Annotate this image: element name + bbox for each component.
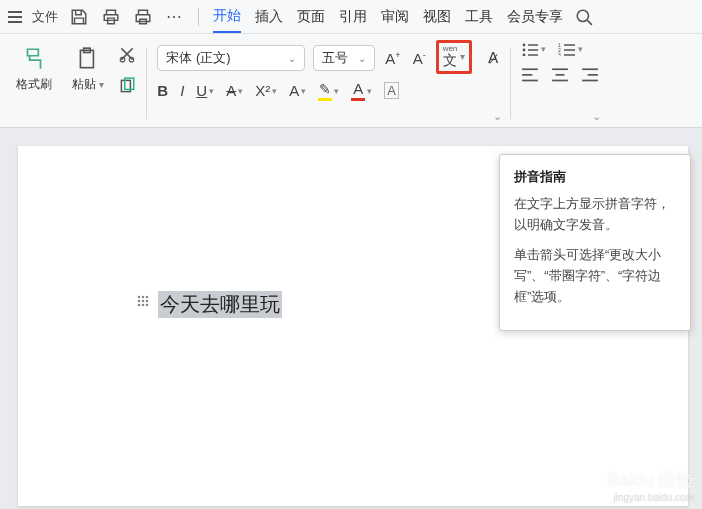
font-dialog-launcher-icon[interactable]: ⌄ bbox=[493, 110, 502, 123]
strikethrough-button[interactable]: A▾ bbox=[226, 82, 243, 99]
decrease-font-button[interactable]: A- bbox=[411, 50, 428, 67]
format-painter-label: 格式刷 bbox=[16, 76, 52, 93]
superscript-button[interactable]: X²▾ bbox=[255, 82, 277, 99]
tab-view[interactable]: 视图 bbox=[423, 0, 451, 33]
tooltip-phonetic-guide: 拼音指南 在文字上方显示拼音字符，以明确文字发音。 单击箭头可选择“更改大小写”… bbox=[499, 154, 691, 331]
ribbon-tabs: 开始 插入 页面 引用 审阅 视图 工具 会员专享 bbox=[213, 0, 563, 33]
print-icon[interactable] bbox=[134, 8, 152, 26]
phonetic-dropdown-icon[interactable]: ▾ bbox=[460, 51, 465, 62]
chevron-down-icon: ⌄ bbox=[288, 53, 296, 64]
search-icon[interactable] bbox=[575, 8, 593, 26]
font-color-button[interactable]: A▾ bbox=[351, 80, 372, 101]
bullet-list-button[interactable]: ▾ bbox=[521, 42, 546, 56]
chevron-down-icon: ⌄ bbox=[358, 53, 366, 64]
svg-point-31 bbox=[146, 296, 149, 299]
tab-tools[interactable]: 工具 bbox=[465, 0, 493, 33]
quick-access-toolbar: ⋯ bbox=[70, 7, 182, 26]
svg-point-8 bbox=[523, 44, 526, 47]
tab-insert[interactable]: 插入 bbox=[255, 0, 283, 33]
ribbon: 格式刷 粘贴 ▾ 宋体 (正文)⌄ 五号⌄ A+ A- wén bbox=[0, 34, 702, 128]
tooltip-title: 拼音指南 bbox=[514, 167, 676, 188]
align-right-button[interactable] bbox=[581, 66, 599, 84]
file-menu[interactable]: 文件 bbox=[32, 8, 58, 26]
svg-point-0 bbox=[577, 10, 588, 21]
qat-more-icon[interactable]: ⋯ bbox=[166, 7, 182, 26]
svg-point-33 bbox=[142, 300, 145, 303]
copy-icon[interactable] bbox=[118, 77, 136, 95]
tooltip-body-1: 在文字上方显示拼音字符，以明确文字发音。 bbox=[514, 194, 676, 236]
hamburger-icon[interactable] bbox=[8, 8, 26, 26]
phonetic-guide-highlight: wén 文 ▾ bbox=[436, 40, 473, 74]
svg-text:3: 3 bbox=[558, 52, 561, 56]
tab-reference[interactable]: 引用 bbox=[339, 0, 367, 33]
drag-handle-icon[interactable] bbox=[136, 294, 150, 308]
group-font: 宋体 (正文)⌄ 五号⌄ A+ A- wén 文 ▾ A̷ B I U▾ A▾ … bbox=[151, 42, 506, 125]
align-left-button[interactable] bbox=[521, 66, 539, 84]
tab-member[interactable]: 会员专享 bbox=[507, 0, 563, 33]
font-size-value: 五号 bbox=[322, 49, 348, 67]
svg-point-34 bbox=[146, 300, 149, 303]
clear-format-button[interactable]: A̷ bbox=[486, 49, 500, 67]
svg-point-10 bbox=[523, 49, 526, 52]
number-list-button[interactable]: 123▾ bbox=[558, 42, 583, 56]
char-border-button[interactable]: A bbox=[384, 82, 399, 99]
tab-review[interactable]: 审阅 bbox=[381, 0, 409, 33]
phonetic-character: 文 bbox=[443, 53, 457, 67]
svg-point-37 bbox=[146, 304, 149, 307]
paste-button[interactable]: 粘贴 ▾ bbox=[66, 42, 110, 97]
group-paragraph: ▾ 123▾ ⌄ bbox=[515, 42, 605, 125]
highlight-button[interactable]: ✎▾ bbox=[318, 81, 339, 101]
para-dialog-launcher-icon[interactable]: ⌄ bbox=[592, 110, 601, 123]
svg-point-35 bbox=[138, 304, 141, 307]
format-painter-icon bbox=[21, 46, 47, 72]
print-preview-icon[interactable] bbox=[102, 8, 120, 26]
font-size-combo[interactable]: 五号⌄ bbox=[313, 45, 375, 71]
paste-icon bbox=[75, 46, 101, 72]
tab-page[interactable]: 页面 bbox=[297, 0, 325, 33]
font-name-value: 宋体 (正文) bbox=[166, 49, 230, 67]
svg-point-30 bbox=[142, 296, 145, 299]
tooltip-body-2: 单击箭头可选择“更改大小写”、“带圈字符”、“字符边框”选项。 bbox=[514, 245, 676, 307]
svg-line-1 bbox=[587, 20, 592, 25]
tab-start[interactable]: 开始 bbox=[213, 0, 241, 33]
svg-point-29 bbox=[138, 296, 141, 299]
svg-point-12 bbox=[523, 54, 526, 56]
svg-point-36 bbox=[142, 304, 145, 307]
increase-font-button[interactable]: A+ bbox=[383, 50, 402, 67]
underline-button[interactable]: U▾ bbox=[196, 82, 214, 99]
svg-point-32 bbox=[138, 300, 141, 303]
bold-button[interactable]: B bbox=[157, 82, 168, 99]
group-clipboard: 格式刷 粘贴 ▾ bbox=[4, 42, 142, 125]
cut-icon[interactable] bbox=[118, 45, 136, 63]
format-painter-button[interactable]: 格式刷 bbox=[10, 42, 58, 97]
paste-label: 粘贴 ▾ bbox=[72, 76, 104, 93]
phonetic-guide-button[interactable]: wén 文 bbox=[443, 45, 458, 67]
font-name-combo[interactable]: 宋体 (正文)⌄ bbox=[157, 45, 305, 71]
selected-text[interactable]: 今天去哪里玩 bbox=[158, 291, 282, 318]
italic-button[interactable]: I bbox=[180, 82, 184, 99]
align-center-button[interactable] bbox=[551, 66, 569, 84]
title-bar: 文件 ⋯ 开始 插入 页面 引用 审阅 视图 工具 会员专享 bbox=[0, 0, 702, 34]
emphasis-button[interactable]: A▾ bbox=[289, 82, 306, 99]
save-icon[interactable] bbox=[70, 8, 88, 26]
